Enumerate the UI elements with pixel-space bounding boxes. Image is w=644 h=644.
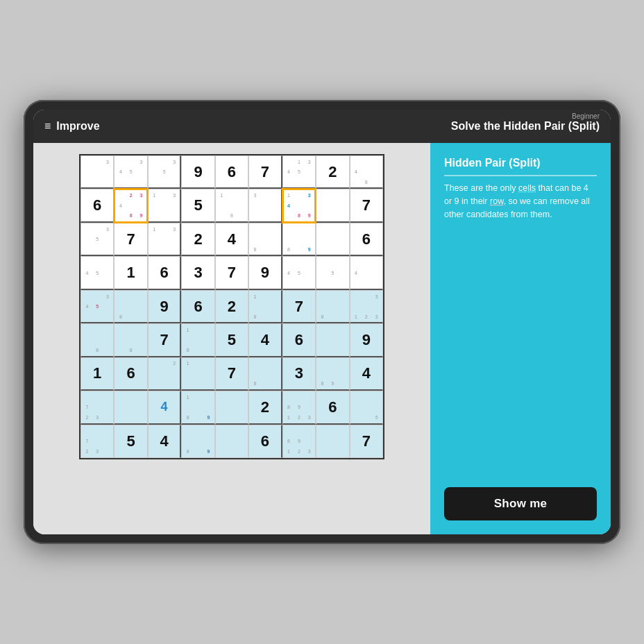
cell-r3c4: 2 bbox=[181, 223, 214, 256]
cell-r8c7[interactable]: 89 123 bbox=[282, 391, 316, 424]
desc-text-1: These are the only bbox=[444, 183, 518, 193]
cell-r5c8[interactable]: 8 bbox=[316, 290, 349, 323]
cell-r3c8[interactable] bbox=[316, 223, 349, 256]
row-link[interactable]: row bbox=[490, 196, 503, 206]
cell-r9c5[interactable] bbox=[215, 425, 248, 458]
cell-r7c3[interactable]: 2 bbox=[148, 357, 181, 391]
info-title: Hidden Pair (Split) bbox=[444, 157, 597, 176]
cell-r4c8[interactable]: 5 bbox=[316, 256, 349, 289]
cell-r1c1[interactable]: 3 bbox=[80, 155, 114, 189]
cell-r9c9: 7 bbox=[350, 425, 383, 458]
cell-r5c6[interactable]: 1 8 bbox=[248, 290, 282, 323]
cell-r9c1[interactable]: 7 23 bbox=[80, 425, 114, 458]
cell-r6c8[interactable] bbox=[316, 323, 349, 357]
cell-r4c4: 3 bbox=[181, 256, 214, 289]
cell-r6c6: 4 bbox=[248, 323, 282, 357]
cell-r1c6: 7 bbox=[248, 155, 282, 189]
cell-r5c2[interactable]: 8 bbox=[114, 290, 147, 323]
cell-r3c2: 7 bbox=[114, 223, 147, 256]
cell-r8c9[interactable]: 5 bbox=[350, 391, 383, 424]
header-left: ≡ Improve bbox=[44, 120, 100, 133]
difficulty-level: Beginner bbox=[572, 112, 600, 120]
cell-r2c9: 7 bbox=[350, 189, 383, 222]
cell-r7c4[interactable]: 1 bbox=[181, 357, 214, 391]
tablet-screen: Beginner ≡ Improve Solve the Hidden Pair… bbox=[33, 110, 611, 534]
cell-r4c5: 7 bbox=[215, 256, 248, 289]
cell-r7c5: 7 bbox=[215, 357, 248, 391]
cell-r7c7: 3 bbox=[282, 357, 316, 391]
cells-link[interactable]: cells bbox=[518, 183, 536, 193]
cell-r6c3: 7 bbox=[148, 323, 181, 357]
sudoku-container: 3 3 45 bbox=[79, 154, 384, 459]
cell-r7c9: 4 bbox=[350, 357, 383, 391]
main-content: 3 3 45 bbox=[33, 143, 611, 534]
cell-r8c6: 2 bbox=[248, 391, 282, 424]
cell-r1c5: 6 bbox=[215, 155, 248, 189]
cell-r7c1: 1 bbox=[80, 357, 114, 391]
info-description: These are the only cells that can be 4 o… bbox=[444, 182, 597, 471]
cell-r2c1: 6 bbox=[80, 189, 114, 222]
cell-r8c5[interactable] bbox=[215, 391, 248, 424]
cell-r3c3[interactable]: 13 bbox=[148, 223, 181, 256]
cell-r1c3[interactable]: 3 5 bbox=[148, 155, 181, 189]
cell-r3c9: 6 bbox=[350, 223, 383, 256]
cell-r3c5: 4 bbox=[215, 223, 248, 256]
sudoku-grid: 3 3 45 bbox=[79, 154, 384, 459]
cell-r9c7[interactable]: 89 123 bbox=[282, 425, 316, 458]
cell-r9c8[interactable] bbox=[316, 425, 349, 458]
cell-r9c4[interactable]: 89 bbox=[181, 425, 214, 458]
cell-r5c9[interactable]: 3 123 bbox=[350, 290, 383, 323]
cell-r6c5: 5 bbox=[215, 323, 248, 357]
menu-icon[interactable]: ≡ bbox=[44, 120, 51, 133]
improve-label: Improve bbox=[56, 120, 99, 133]
cell-r3c1[interactable]: 3 5 bbox=[80, 223, 114, 256]
cell-r4c6: 9 bbox=[248, 256, 282, 289]
cell-r9c2: 5 bbox=[114, 425, 147, 458]
cell-r8c1[interactable]: 7 23 bbox=[80, 391, 114, 424]
cell-r7c2: 6 bbox=[114, 357, 147, 391]
cell-r4c1[interactable]: 45 bbox=[80, 256, 114, 289]
cell-r1c7[interactable]: 13 45 bbox=[282, 155, 316, 189]
cell-r2c6[interactable]: 3 bbox=[248, 189, 282, 222]
cell-r2c4: 5 bbox=[181, 189, 214, 222]
cell-r3c6[interactable]: 8 bbox=[248, 223, 282, 256]
header: Beginner ≡ Improve Solve the Hidden Pair… bbox=[33, 110, 611, 143]
cell-r2c3[interactable]: 13 bbox=[148, 189, 181, 222]
page-title: Solve the Hidden Pair (Split) bbox=[451, 120, 600, 133]
cell-r5c1[interactable]: 3 45 bbox=[80, 290, 114, 323]
cell-r1c9[interactable]: 4 8 bbox=[350, 155, 383, 189]
cell-r5c7: 7 bbox=[282, 290, 316, 323]
cell-r4c3: 6 bbox=[148, 256, 181, 289]
tablet-frame: Beginner ≡ Improve Solve the Hidden Pair… bbox=[24, 100, 620, 544]
cell-r3c7[interactable]: 89 bbox=[282, 223, 316, 256]
cell-r4c2: 1 bbox=[114, 256, 147, 289]
info-panel: Hidden Pair (Split) These are the only c… bbox=[430, 143, 611, 534]
cell-r5c4: 6 bbox=[181, 290, 214, 323]
cell-r4c9[interactable]: 4 bbox=[350, 256, 383, 289]
cell-r5c3: 9 bbox=[148, 290, 181, 323]
cell-r8c4[interactable]: 1 89 bbox=[181, 391, 214, 424]
cell-r9c6: 6 bbox=[248, 425, 282, 458]
show-me-button[interactable]: Show me bbox=[444, 487, 597, 520]
cell-r4c7[interactable]: 45 bbox=[282, 256, 316, 289]
cell-r2c8[interactable] bbox=[316, 189, 349, 222]
cell-r7c6[interactable]: 8 bbox=[248, 357, 282, 391]
cell-r1c2[interactable]: 3 45 bbox=[114, 155, 147, 189]
cell-r2c2[interactable]: 23 4 89 bbox=[114, 189, 147, 222]
cell-r2c5[interactable]: 1 8 bbox=[215, 189, 248, 222]
cell-r5c5: 2 bbox=[215, 290, 248, 323]
cell-r2c7[interactable]: 13 4 89 bbox=[282, 189, 316, 222]
cell-r6c1[interactable]: 8 bbox=[80, 323, 114, 357]
cell-r6c2[interactable]: 8 bbox=[114, 323, 147, 357]
cell-r6c9: 9 bbox=[350, 323, 383, 357]
cell-r7c8[interactable]: 89 bbox=[316, 357, 349, 391]
cell-r1c8: 2 bbox=[316, 155, 349, 189]
cell-r6c4[interactable]: 1 8 bbox=[181, 323, 214, 357]
cell-r8c3: 4 bbox=[148, 391, 181, 424]
cell-r6c7: 6 bbox=[282, 323, 316, 357]
cell-r8c8: 6 bbox=[316, 391, 349, 424]
cell-r8c2[interactable] bbox=[114, 391, 147, 424]
sudoku-area: 3 3 45 bbox=[33, 143, 430, 534]
cell-r9c3: 4 bbox=[148, 425, 181, 458]
cell-r1c4: 9 bbox=[181, 155, 214, 189]
